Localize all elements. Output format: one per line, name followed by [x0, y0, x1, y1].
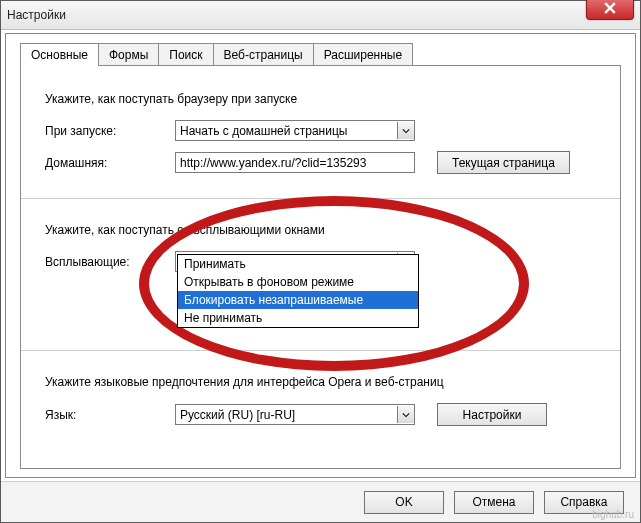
- titlebar: Настройки: [1, 1, 640, 30]
- tab-bar: Основные Формы Поиск Веб-страницы Расшир…: [20, 42, 635, 65]
- close-button[interactable]: [586, 0, 634, 20]
- lang-heading: Укажите языковые предпочтения для интерф…: [45, 375, 596, 389]
- chevron-down-icon: [397, 122, 414, 139]
- popups-dropdown[interactable]: Принимать Открывать в фоновом режиме Бло…: [177, 254, 419, 328]
- settings-window: Настройки Основные Формы Поиск Веб-стран…: [0, 0, 641, 523]
- dialog-footer: OK Отмена Справка: [1, 481, 640, 522]
- popups-option-background[interactable]: Открывать в фоновом режиме: [178, 273, 418, 291]
- popups-option-reject[interactable]: Не принимать: [178, 309, 418, 327]
- window-title: Настройки: [7, 8, 66, 22]
- chevron-down-icon: [397, 406, 414, 423]
- tab-webpages[interactable]: Веб-страницы: [213, 43, 314, 66]
- tab-main[interactable]: Основные: [20, 43, 99, 66]
- client-area: Основные Формы Поиск Веб-страницы Расшир…: [5, 33, 636, 478]
- startup-row: При запуске: Начать с домашней страницы: [45, 120, 596, 141]
- popups-option-accept[interactable]: Принимать: [178, 255, 418, 273]
- lang-settings-button[interactable]: Настройки: [437, 403, 547, 426]
- startup-heading: Укажите, как поступать браузеру при запу…: [45, 92, 596, 106]
- ok-button[interactable]: OK: [364, 491, 444, 514]
- lang-label: Язык:: [45, 408, 175, 422]
- popups-option-block[interactable]: Блокировать незапрашиваемые: [178, 291, 418, 309]
- homepage-label: Домашняя:: [45, 156, 175, 170]
- startup-select-value: Начать с домашней страницы: [180, 124, 347, 138]
- homepage-row: Домашняя: Текущая страница: [45, 151, 596, 174]
- cancel-button[interactable]: Отмена: [454, 491, 534, 514]
- startup-select[interactable]: Начать с домашней страницы: [175, 120, 415, 141]
- lang-select-value: Русский (RU) [ru-RU]: [180, 408, 295, 422]
- tab-panel-main: Укажите, как поступать браузеру при запу…: [20, 65, 621, 469]
- popups-label: Всплывающие:: [45, 255, 175, 269]
- tab-advanced[interactable]: Расширенные: [313, 43, 414, 66]
- current-page-button[interactable]: Текущая страница: [437, 151, 570, 174]
- startup-label: При запуске:: [45, 124, 175, 138]
- watermark: bighub.ru: [592, 509, 634, 520]
- tab-forms[interactable]: Формы: [98, 43, 159, 66]
- lang-row: Язык: Русский (RU) [ru-RU] Настройки: [45, 403, 596, 426]
- divider: [21, 350, 620, 351]
- homepage-input[interactable]: [175, 152, 415, 173]
- popups-heading: Укажите, как поступать со всплывающими о…: [45, 223, 596, 237]
- close-icon: [604, 2, 616, 14]
- divider: [21, 198, 620, 199]
- lang-select[interactable]: Русский (RU) [ru-RU]: [175, 404, 415, 425]
- tab-search[interactable]: Поиск: [158, 43, 213, 66]
